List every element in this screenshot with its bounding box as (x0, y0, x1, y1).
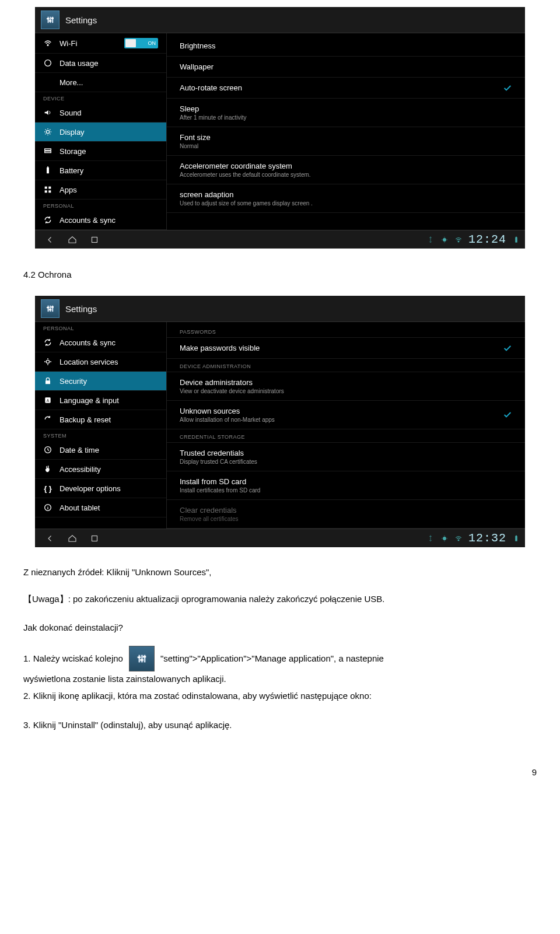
setting-clear-credentials: Clear credentials Remove all certificate… (167, 500, 525, 529)
sidebar-item-storage[interactable]: Storage (35, 142, 166, 161)
checkbox-checked-icon[interactable] (503, 83, 512, 93)
wifi-tray-icon (454, 534, 463, 543)
svg-point-7 (45, 60, 51, 67)
hand-icon (43, 464, 52, 474)
sidebar-item-location[interactable]: Location services (35, 352, 166, 372)
label: Apps (60, 186, 77, 194)
svg-point-36 (458, 540, 459, 541)
svg-point-28 (46, 360, 49, 363)
section-credential-storage: CREDENTIAL STORAGE (167, 429, 525, 443)
sidebar-item-about[interactable]: About tablet (35, 498, 166, 517)
clock-icon (43, 445, 52, 454)
page-title: Settings (65, 304, 97, 314)
label: Storage (60, 147, 86, 156)
data-usage-icon (43, 58, 52, 68)
label: Accounts & sync (60, 216, 116, 225)
recent-button[interactable] (84, 532, 105, 545)
label: About tablet (60, 503, 100, 512)
setting-unknown-sources[interactable]: Unknown sources Allow installation of no… (167, 401, 525, 429)
svg-rect-22 (48, 306, 49, 312)
checkbox-checked-icon[interactable] (503, 344, 512, 353)
svg-rect-27 (51, 306, 54, 307)
recent-button[interactable] (84, 233, 105, 246)
section-passwords: PASSWORDS (167, 324, 525, 338)
sidebar-item-sound[interactable]: Sound (35, 103, 166, 123)
setting-trusted-credentials[interactable]: Trusted credentials Display trusted CA c… (167, 443, 525, 471)
svg-point-6 (47, 44, 48, 46)
svg-rect-17 (92, 237, 97, 242)
settings-sidebar: Wi-Fi ON Data usage More... DEVICE Sound (35, 33, 167, 230)
settings-app-icon (41, 11, 60, 29)
screenshot-security-settings: Settings PERSONAL Accounts & sync Locati… (35, 296, 525, 547)
section-device-admin: DEVICE ADMINISTRATION (167, 359, 525, 372)
setting-make-passwords-visible[interactable]: Make passwords visible (167, 338, 525, 359)
settings-sidebar: PERSONAL Accounts & sync Location servic… (35, 322, 167, 529)
wifi-tray-icon (454, 236, 463, 244)
setting-screen-adaption[interactable]: screen adaption Used to adjust size of s… (167, 184, 525, 213)
svg-text:A: A (47, 398, 50, 403)
sidebar-item-developer[interactable]: { } Developer options (35, 479, 166, 498)
home-button[interactable] (62, 532, 83, 545)
sidebar-item-more[interactable]: More... (35, 73, 166, 92)
sidebar-item-security[interactable]: Security (35, 372, 166, 391)
sidebar-item-accessibility[interactable]: Accessibility (35, 460, 166, 479)
page-title: Settings (65, 15, 97, 25)
svg-rect-10 (45, 151, 51, 153)
sidebar-item-display[interactable]: Display (35, 123, 166, 142)
label: Accessibility (60, 465, 101, 474)
svg-rect-37 (515, 536, 517, 541)
back-button[interactable] (40, 233, 61, 246)
svg-rect-4 (49, 20, 52, 22)
usb-icon (426, 534, 435, 543)
setting-auto-rotate[interactable]: Auto-rotate screen (167, 78, 525, 99)
settings-app-icon (41, 299, 60, 318)
svg-rect-34 (92, 536, 97, 541)
doc-paragraph: Z nieznanych źródeł: Kliknij "Unknown So… (23, 565, 537, 580)
setting-device-administrators[interactable]: Device administrators View or deactivate… (167, 372, 525, 401)
battery-tray-icon (512, 534, 520, 543)
sidebar-item-accounts[interactable]: Accounts & sync (35, 211, 166, 230)
label: Sound (60, 109, 82, 117)
doc-paragraph: 【Uwaga】: po zakończeniu aktualizacji opr… (23, 592, 537, 607)
svg-rect-42 (138, 656, 141, 658)
svg-rect-20 (515, 237, 517, 242)
system-navbar: 12:24 (35, 230, 525, 249)
svg-rect-0 (48, 17, 49, 23)
svg-rect-23 (50, 306, 51, 312)
clock: 12:32 (468, 531, 506, 545)
settings-inline-icon (129, 646, 155, 671)
doc-paragraph: wyświetlona zostanie lista zainstalowany… (23, 671, 537, 687)
back-button[interactable] (40, 532, 61, 545)
label: Battery (60, 166, 83, 175)
checkbox-checked-icon[interactable] (503, 410, 512, 419)
battery-icon (43, 166, 52, 175)
setting-font-size[interactable]: Font size Normal (167, 127, 525, 156)
sidebar-item-accounts[interactable]: Accounts & sync (35, 333, 166, 352)
sidebar-item-apps[interactable]: Apps (35, 180, 166, 200)
sidebar-item-wifi[interactable]: Wi-Fi ON (35, 33, 166, 54)
display-icon (43, 127, 52, 137)
setting-wallpaper[interactable]: Wallpaper (167, 57, 525, 78)
sidebar-item-battery[interactable]: Battery (35, 161, 166, 180)
sync-icon (43, 215, 52, 225)
sidebar-item-language[interactable]: A Language & input (35, 391, 166, 410)
svg-rect-26 (49, 309, 52, 310)
sidebar-item-data-usage[interactable]: Data usage (35, 54, 166, 73)
svg-point-19 (458, 241, 459, 242)
title-bar: Settings (35, 296, 525, 322)
svg-rect-29 (46, 380, 50, 384)
label: Backup & reset (60, 415, 111, 424)
doc-paragraph: 2. Kliknij ikonę aplikacji, która ma zos… (23, 688, 537, 704)
setting-install-from-sd[interactable]: Install from SD card Install certificate… (167, 471, 525, 500)
setting-sleep[interactable]: Sleep After 1 minute of inactivity (167, 99, 525, 127)
setting-accelerometer[interactable]: Accelerometer coordinate system Accelero… (167, 156, 525, 184)
setting-brightness[interactable]: Brightness (167, 36, 525, 57)
sidebar-item-datetime[interactable]: Date & time (35, 440, 166, 460)
sidebar-item-backup[interactable]: Backup & reset (35, 410, 166, 429)
storage-icon (43, 146, 52, 156)
wifi-toggle[interactable]: ON (124, 38, 158, 48)
page-number: 9 (23, 767, 537, 777)
location-icon (43, 357, 52, 366)
home-button[interactable] (62, 233, 83, 246)
apps-icon (43, 185, 52, 194)
